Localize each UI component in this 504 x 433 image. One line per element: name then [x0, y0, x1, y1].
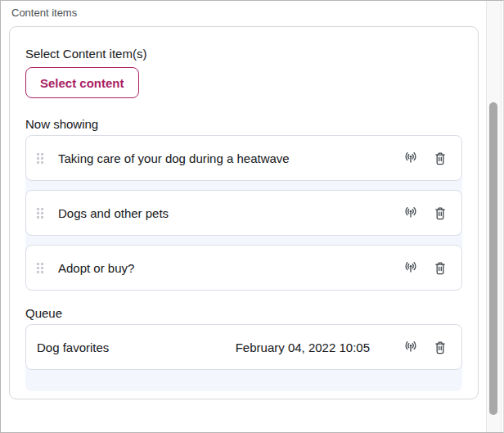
row-actions — [403, 259, 448, 276]
row-actions — [403, 339, 448, 355]
scrollbar[interactable] — [486, 1, 502, 432]
drag-handle-icon[interactable] — [37, 153, 43, 164]
broadcast-icon[interactable] — [403, 339, 419, 355]
content-items-panel: Select Content item(s) Select content No… — [9, 26, 479, 399]
queue-item-datetime: February 04, 2022 10:05 — [236, 341, 370, 354]
section-label: Content items — [11, 7, 503, 19]
delete-icon[interactable] — [432, 150, 448, 166]
drag-handle-icon[interactable] — [37, 208, 43, 219]
row-actions — [403, 150, 448, 166]
drag-handle-icon[interactable] — [37, 263, 43, 273]
content-items-section: Content items Select Content item(s) Sel… — [0, 0, 504, 433]
content-item-title: Adopt or buy? — [58, 261, 403, 275]
select-content-label: Select Content item(s) — [25, 47, 462, 61]
now-showing-list: Taking care of your dog during a heatwav… — [25, 135, 462, 291]
broadcast-icon[interactable] — [403, 259, 419, 276]
row-actions — [403, 205, 448, 221]
content-item-row: Taking care of your dog during a heatwav… — [25, 135, 462, 181]
select-content-button[interactable]: Select content — [25, 67, 139, 98]
broadcast-icon[interactable] — [403, 205, 419, 221]
content-item-title: Taking care of your dog during a heatwav… — [58, 151, 403, 165]
delete-icon[interactable] — [432, 205, 448, 221]
now-showing-heading: Now showing — [25, 117, 462, 131]
delete-icon[interactable] — [432, 259, 448, 276]
delete-icon[interactable] — [432, 339, 448, 355]
queue-item-title: Dog favorites — [37, 341, 236, 354]
queue-item-row: Dog favorites February 04, 2022 10:05 — [25, 324, 462, 370]
scrollbar-thumb[interactable] — [489, 102, 497, 415]
broadcast-icon[interactable] — [403, 150, 419, 166]
content-item-row: Adopt or buy? — [25, 245, 462, 291]
queue-list: Dog favorites February 04, 2022 10:05 — [25, 324, 462, 391]
content-item-row: Dogs and other pets — [25, 190, 462, 236]
queue-heading: Queue — [25, 306, 462, 320]
content-item-title: Dogs and other pets — [58, 206, 403, 220]
